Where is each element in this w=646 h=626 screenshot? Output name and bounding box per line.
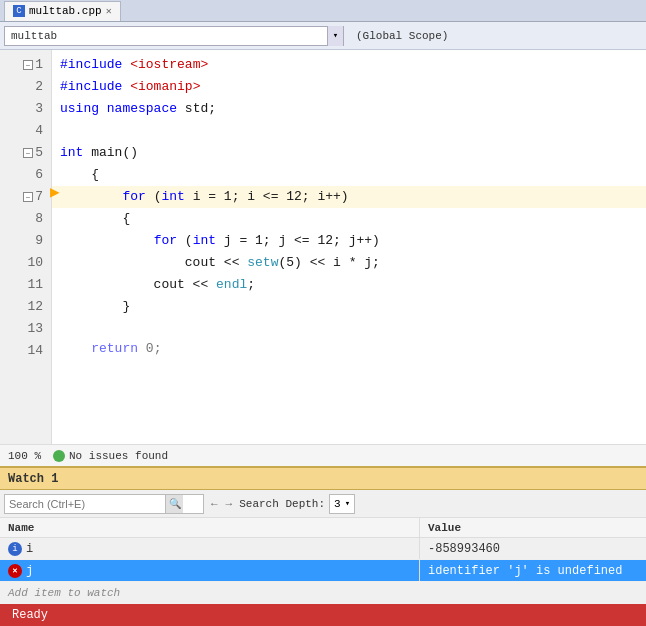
title-bar: C multtab.cpp ✕ (0, 0, 646, 22)
editor-area: − 1 2 3 4 − 5 6 − 7 8 9 10 11 12 13 (0, 50, 646, 444)
status-ok: No issues found (53, 450, 168, 462)
watch-row-j[interactable]: ✕ j identifier 'j' is undefined (0, 560, 646, 582)
scope-label: (Global Scope) (348, 30, 456, 42)
nav-arrows: ← → (208, 498, 235, 510)
code-line-9: for (int j = 1; j <= 12; j++) (52, 230, 646, 252)
code-line-8: { (52, 208, 646, 230)
tab-label: multtab.cpp (29, 5, 102, 17)
watch-col-headers: Name Value (0, 518, 646, 538)
line-numbers: − 1 2 3 4 − 5 6 − 7 8 9 10 11 12 13 (0, 50, 52, 444)
line-num-5: − 5 (0, 142, 51, 164)
code-line-1: #include <iostream> (52, 54, 646, 76)
code-line-12: } (52, 296, 646, 318)
watch-search-box[interactable]: 🔍 (4, 494, 204, 514)
error-icon-j: ✕ (8, 564, 22, 578)
ok-icon (53, 450, 65, 462)
line-num-13: 13 (0, 318, 51, 340)
info-icon-i: i (8, 542, 22, 556)
watch-toolbar: 🔍 ← → Search Depth: 3 ▾ (0, 490, 646, 518)
line-num-11: 11 (0, 274, 51, 296)
status-text: No issues found (69, 450, 168, 462)
collapse-btn-7[interactable]: − (23, 192, 33, 202)
line-num-3: 3 (0, 98, 51, 120)
code-line-10: cout << setw(5) << i * j; (52, 252, 646, 274)
search-icon[interactable]: 🔍 (165, 495, 183, 513)
code-content[interactable]: #include <iostream> #include <iomanip> u… (52, 50, 646, 444)
zoom-label: 100 % (8, 450, 41, 462)
line-num-9: 9 (0, 230, 51, 252)
code-line-11: cout << endl; (52, 274, 646, 296)
code-line-4 (52, 120, 646, 142)
close-icon[interactable]: ✕ (106, 5, 112, 17)
watch-header: Watch 1 (0, 468, 646, 490)
line-num-12: 12 (0, 296, 51, 318)
line-num-2: 2 (0, 76, 51, 98)
watch-cell-value-j: identifier 'j' is undefined (420, 564, 646, 578)
add-item-text: Add item to watch (8, 587, 120, 599)
line-num-10: 10 (0, 252, 51, 274)
line-num-1: − 1 (0, 54, 51, 76)
code-line-13 (52, 318, 646, 340)
depth-dropdown-icon[interactable]: ▾ (345, 498, 350, 509)
collapse-btn-1[interactable]: − (23, 60, 33, 70)
col-value-header: Value (420, 522, 646, 534)
line-num-4: 4 (0, 120, 51, 142)
toolbar: multtab ▾ (Global Scope) (0, 22, 646, 50)
code-line-3: using namespace std; (52, 98, 646, 120)
line-num-14: 14 (0, 340, 51, 362)
line-num-7: − 7 (0, 186, 51, 208)
col-name-header: Name (0, 518, 420, 537)
bottom-status-bar: Ready (0, 604, 646, 626)
code-line-5: int main() (52, 142, 646, 164)
line-num-6: 6 (0, 164, 51, 186)
watch-row-i[interactable]: i i -858993460 (0, 538, 646, 560)
depth-box[interactable]: 3 ▾ (329, 494, 355, 514)
editor-tab[interactable]: C multtab.cpp ✕ (4, 1, 121, 21)
add-item-row[interactable]: Add item to watch (0, 582, 646, 604)
code-line-14: return 0; (52, 340, 646, 358)
back-arrow-icon[interactable]: ← (208, 498, 221, 510)
forward-arrow-icon[interactable]: → (223, 498, 236, 510)
watch-search-input[interactable] (5, 495, 165, 513)
editor-status: 100 % No issues found (0, 444, 646, 466)
code-line-7: for (int i = 1; i <= 12; i++) (52, 186, 646, 208)
line-num-8: 8 (0, 208, 51, 230)
watch-cell-name-j: ✕ j (0, 560, 420, 581)
file-selector-text: multtab (5, 30, 327, 42)
watch-panel: Watch 1 🔍 ← → Search Depth: 3 ▾ Name Val… (0, 466, 646, 604)
watch-cell-value-i: -858993460 (420, 542, 646, 556)
collapse-btn-5[interactable]: − (23, 148, 33, 158)
watch-title: Watch 1 (8, 472, 58, 486)
file-icon: C (13, 5, 25, 17)
file-selector[interactable]: multtab ▾ (4, 26, 344, 46)
watch-cell-name-i: i i (0, 538, 420, 559)
code-line-2: #include <iomanip> (52, 76, 646, 98)
file-selector-chevron-icon[interactable]: ▾ (327, 26, 343, 46)
ready-label: Ready (12, 608, 48, 622)
code-line-6: { (52, 164, 646, 186)
depth-value: 3 (334, 498, 341, 510)
depth-label: Search Depth: (239, 498, 325, 510)
watch-table: Name Value i i -858993460 ✕ j identifier… (0, 518, 646, 604)
